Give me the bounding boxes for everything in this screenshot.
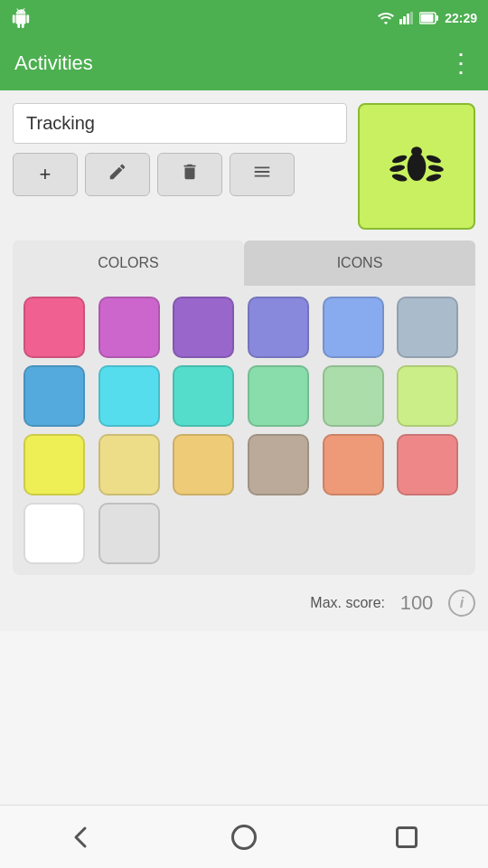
svg-point-10 — [389, 164, 406, 173]
svg-point-9 — [391, 154, 408, 165]
svg-point-13 — [427, 164, 444, 173]
bottom-section: Max. score: 100 i — [0, 575, 488, 631]
home-button[interactable] — [221, 815, 267, 860]
menu-button[interactable] — [230, 153, 295, 196]
hamburger-icon — [252, 162, 272, 187]
top-row: Tracking + — [13, 103, 475, 230]
svg-point-11 — [391, 173, 408, 183]
color-swatch-tan[interactable] — [248, 434, 309, 495]
color-swatch-yellow[interactable] — [23, 434, 85, 495]
color-swatch-orchid[interactable] — [99, 297, 160, 358]
overflow-menu-button[interactable]: ⋮ — [448, 51, 474, 76]
main-content: Tracking + — [0, 90, 488, 575]
recents-icon — [396, 826, 418, 848]
delete-button[interactable] — [157, 153, 222, 196]
app-title: Activities — [14, 52, 93, 75]
pencil-icon — [108, 162, 127, 187]
toolbar-buttons: + — [13, 153, 347, 196]
color-swatch-light-gray[interactable] — [99, 503, 160, 564]
tab-icons[interactable]: ICONS — [244, 241, 475, 286]
color-swatch-light-slate[interactable] — [397, 297, 458, 358]
app-bar: Activities ⋮ — [0, 36, 488, 90]
color-swatch-yellow-green[interactable] — [397, 365, 458, 427]
plus-icon: + — [40, 163, 52, 186]
svg-point-8 — [411, 146, 422, 156]
svg-rect-2 — [407, 14, 409, 24]
preview-box — [358, 103, 475, 230]
color-swatch-pale-green[interactable] — [248, 365, 309, 427]
tabs-container: COLORS ICONS — [13, 241, 475, 286]
back-button[interactable] — [59, 815, 104, 860]
max-score-label: Max. score: — [310, 595, 385, 611]
android-icon — [11, 8, 31, 28]
color-swatch-hot-pink[interactable] — [23, 297, 85, 358]
svg-rect-6 — [436, 15, 439, 21]
edit-button[interactable] — [85, 153, 150, 196]
svg-rect-1 — [403, 16, 406, 24]
status-bar-left — [11, 8, 31, 28]
color-swatch-cornflower-blue[interactable] — [323, 297, 384, 358]
trash-icon — [180, 162, 200, 187]
max-score-value: 100 — [394, 591, 439, 615]
wifi-icon — [378, 12, 394, 24]
color-swatch-light-cyan[interactable] — [99, 365, 160, 427]
svg-point-7 — [408, 153, 427, 181]
signal-icon — [399, 12, 414, 24]
color-swatch-slate-blue[interactable] — [248, 297, 309, 358]
color-swatch-salmon[interactable] — [397, 434, 458, 495]
color-swatch-light-green[interactable] — [323, 365, 384, 427]
color-swatch-light-yellow[interactable] — [99, 434, 160, 495]
status-bar-right: 22:29 — [378, 11, 477, 25]
recents-button[interactable] — [384, 815, 429, 860]
color-swatch-medium-purple[interactable] — [173, 297, 234, 358]
nav-bar — [0, 805, 488, 868]
svg-point-14 — [426, 173, 442, 183]
svg-point-12 — [426, 154, 442, 165]
info-button[interactable]: i — [448, 590, 475, 617]
back-icon — [69, 825, 94, 850]
bug-icon — [376, 137, 457, 195]
color-panel — [13, 286, 475, 575]
tracking-input[interactable]: Tracking — [13, 103, 347, 144]
tab-colors[interactable]: COLORS — [13, 241, 244, 286]
color-swatch-aquamarine[interactable] — [173, 365, 234, 427]
color-swatch-peach[interactable] — [173, 434, 234, 495]
color-swatch-light-salmon[interactable] — [323, 434, 384, 495]
status-bar: 22:29 — [0, 0, 488, 36]
svg-rect-5 — [421, 14, 434, 23]
battery-icon — [419, 12, 439, 24]
color-swatch-sky-blue[interactable] — [23, 365, 85, 427]
time-display: 22:29 — [445, 11, 477, 25]
color-swatch-white[interactable] — [23, 503, 85, 564]
color-grid — [23, 297, 465, 564]
add-button[interactable]: + — [13, 153, 78, 196]
input-toolbar-container: Tracking + — [13, 103, 347, 196]
svg-rect-0 — [399, 19, 402, 24]
svg-rect-3 — [410, 12, 413, 24]
home-icon — [231, 825, 257, 850]
